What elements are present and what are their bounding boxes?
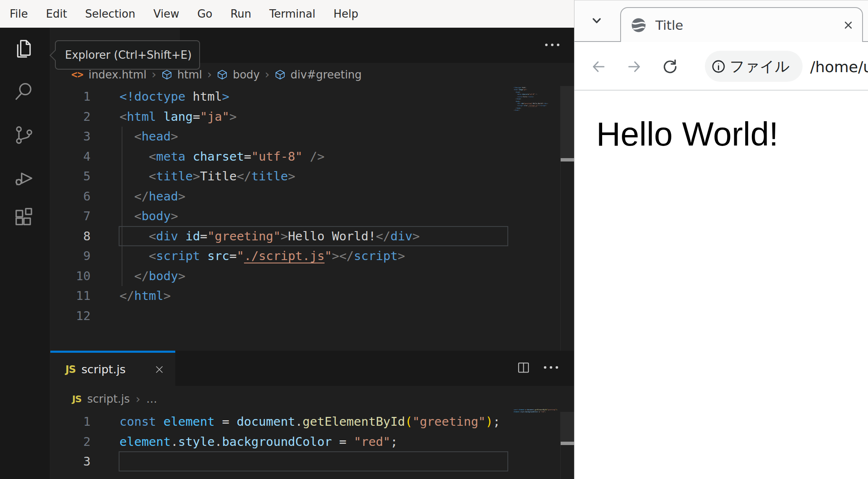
- panel-actions-more-icon[interactable]: [544, 366, 558, 369]
- breadcrumb-file[interactable]: script.js: [87, 393, 130, 405]
- forward-button[interactable]: [626, 43, 642, 91]
- line-number: 10: [50, 266, 91, 286]
- code-line[interactable]: 3 <head>: [50, 127, 560, 147]
- explorer-icon[interactable]: [13, 38, 35, 60]
- scrollbar-thumb[interactable]: [561, 86, 574, 160]
- code-line[interactable]: 10 </body>: [50, 266, 560, 286]
- code-line[interactable]: 3: [514, 413, 560, 415]
- line-number: 3: [50, 452, 91, 472]
- line-number: 9: [50, 246, 91, 266]
- html-editor[interactable]: 1<!doctype html>2<html lang="ja">3 <head…: [50, 86, 560, 351]
- line-number: 12: [50, 306, 91, 326]
- line-number: 6: [50, 187, 91, 207]
- line-number: 5: [50, 167, 91, 187]
- code-line[interactable]: 7 <body>: [50, 206, 560, 226]
- code-text: <!doctype html>: [91, 87, 229, 107]
- extensions-icon[interactable]: [13, 206, 35, 228]
- menu-go[interactable]: Go: [197, 8, 212, 20]
- menu-selection[interactable]: Selection: [85, 8, 135, 20]
- address-bar-url[interactable]: /home/u: [810, 43, 868, 91]
- current-line-highlight: [119, 226, 508, 246]
- browser-tab[interactable]: Title: [620, 7, 863, 42]
- chevron-right-icon: ›: [265, 68, 269, 81]
- line-number: 2: [50, 432, 91, 452]
- code-text: <body>: [91, 206, 178, 226]
- browser-window: Title ファイル /home/u: [574, 0, 868, 479]
- line-number: 4: [50, 147, 91, 167]
- code-text: <html lang="ja">: [91, 107, 236, 127]
- close-tab-icon[interactable]: [154, 364, 164, 375]
- chip-label: ファイル: [730, 57, 790, 76]
- code-line[interactable]: 1const element = document.getElementById…: [50, 412, 560, 432]
- code-text: <script src="./script.js"></script>: [91, 246, 405, 266]
- tab-label: script.js: [81, 363, 125, 376]
- code-text: [91, 306, 120, 326]
- breadcrumb-more[interactable]: …: [146, 393, 157, 405]
- code-line[interactable]: 4 <meta charset="utf-8" />: [50, 147, 560, 167]
- indent-guide: [122, 127, 122, 286]
- minimap[interactable]: 1const element = document.getElementById…: [514, 409, 560, 469]
- scrollbar[interactable]: [560, 412, 574, 479]
- greeting-text: Hello World!: [591, 110, 868, 158]
- breadcrumb-html[interactable]: html: [177, 68, 202, 81]
- menu-view[interactable]: View: [153, 8, 179, 20]
- minimap[interactable]: 1<!doctype html>2<html lang="ja">3 <head…: [514, 86, 560, 325]
- code-text: <head>: [91, 127, 178, 147]
- code-line[interactable]: 5 <title>Title</title>: [50, 167, 560, 187]
- code-text: </html>: [514, 109, 520, 112]
- file-scheme-chip[interactable]: ファイル: [705, 51, 803, 82]
- code-text: </head>: [91, 187, 185, 207]
- source-control-icon[interactable]: [13, 124, 35, 146]
- menu-edit[interactable]: Edit: [46, 8, 67, 20]
- scrollbar[interactable]: [560, 86, 574, 351]
- code-line[interactable]: 12: [514, 112, 560, 114]
- scrollbar-thumb[interactable]: [561, 412, 574, 443]
- code-line[interactable]: 6 </head>: [50, 187, 560, 207]
- menu-run[interactable]: Run: [230, 8, 251, 20]
- breadcrumb-div-greeting[interactable]: div#greeting: [291, 68, 362, 81]
- activity-bar: [0, 28, 50, 479]
- symbol-cube-icon: [275, 69, 286, 80]
- code-line[interactable]: 2element.style.backgroundColor = "red";: [50, 432, 560, 452]
- tab-search-chevron-icon[interactable]: [590, 14, 603, 27]
- js-file-icon: JS: [72, 394, 81, 404]
- line-number: 8: [50, 226, 91, 247]
- menu-file[interactable]: File: [10, 8, 28, 20]
- run-and-debug-icon[interactable]: [13, 167, 35, 189]
- globe-icon: [631, 18, 646, 33]
- code-text: element.style.backgroundColor = "red";: [514, 411, 546, 413]
- code-line[interactable]: 2<html lang="ja">: [50, 107, 560, 127]
- split-editor-icon[interactable]: [517, 361, 530, 375]
- chevron-right-icon: ›: [207, 68, 212, 81]
- code-line[interactable]: 11</html>: [50, 286, 560, 306]
- code-text: </body>: [91, 266, 185, 286]
- code-line[interactable]: 9 <script src="./script.js"></script>: [50, 246, 560, 266]
- browser-toolbar: ファイル /home/u: [574, 43, 868, 91]
- breadcrumb-file[interactable]: index.html: [88, 68, 147, 81]
- code-text: <meta charset="utf-8" />: [91, 147, 325, 167]
- vscode-window: File Edit Selection View Go Run Terminal…: [0, 0, 574, 479]
- browser-viewport: Hello World!: [574, 91, 868, 479]
- code-line[interactable]: 1<!doctype html>: [50, 87, 560, 107]
- editor-actions-more-icon[interactable]: [545, 44, 559, 46]
- code-text: </html>: [91, 286, 171, 306]
- current-line-highlight: [119, 451, 508, 471]
- reload-button[interactable]: [662, 43, 678, 91]
- code-line[interactable]: 12: [50, 306, 560, 326]
- menu-terminal[interactable]: Terminal: [269, 8, 315, 20]
- line-number: 1: [50, 412, 91, 432]
- menu-bar: File Edit Selection View Go Run Terminal…: [0, 0, 574, 28]
- code-text: const element = document.getElementById(…: [91, 412, 500, 432]
- symbol-cube-icon: [161, 69, 172, 80]
- tab-script-js[interactable]: JS script.js: [50, 351, 175, 386]
- cursor-overview-marker: [561, 158, 574, 161]
- code-text: element.style.backgroundColor = "red";: [91, 432, 398, 452]
- line-number: 11: [50, 286, 91, 306]
- close-tab-icon[interactable]: [843, 20, 854, 31]
- back-button[interactable]: [591, 43, 607, 91]
- menu-help[interactable]: Help: [333, 8, 358, 20]
- cursor-overview-marker: [561, 442, 574, 445]
- breadcrumb-body[interactable]: body: [233, 68, 260, 81]
- breadcrumb-js: JS script.js › …: [50, 386, 574, 412]
- search-icon[interactable]: [13, 81, 35, 102]
